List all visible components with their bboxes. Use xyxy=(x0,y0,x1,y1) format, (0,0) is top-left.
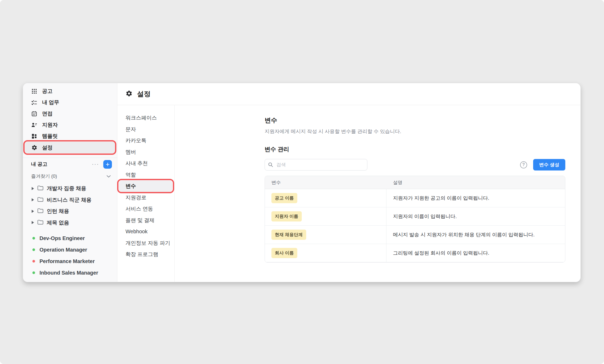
caret-right-icon[interactable] xyxy=(32,210,34,213)
plus-icon: + xyxy=(106,161,110,168)
job-label: Performance Marketer xyxy=(39,258,95,264)
sidebar-item-applicants[interactable]: 지원자 xyxy=(23,119,117,130)
job-label: Operation Manager xyxy=(39,247,87,253)
sidebar-item-label: 면접 xyxy=(42,110,53,117)
settings-title: 설정 xyxy=(137,89,151,99)
job-item[interactable]: Dev-Ops Engineer xyxy=(23,232,117,244)
settings-menu: 워크스페이스 문자 카카오톡 멤버 xyxy=(117,105,175,282)
variable-badge: 지원자 이름 xyxy=(271,211,302,221)
status-dot xyxy=(32,237,35,240)
folder-item[interactable]: 개발자 집중 채용 xyxy=(23,183,117,194)
sidebar-item-interview[interactable]: 면접 xyxy=(23,108,117,119)
folder-item[interactable]: 제목 없음 xyxy=(23,217,117,229)
folder-label: 개발자 집중 채용 xyxy=(47,185,86,192)
column-header-variable: 변수 xyxy=(271,179,281,186)
table-header: 변수 설명 xyxy=(265,176,565,189)
variable-description: 지원자가 지원한 공고의 이름이 입력됩니다. xyxy=(393,195,489,202)
table-row: 회사 이름 그리팅에 설정된 회사의 이름이 입력됩니다. xyxy=(265,244,565,262)
settings-menu-item[interactable]: Webhook xyxy=(117,226,174,237)
search-input[interactable] xyxy=(265,159,367,170)
settings-menu-item-label: 워크스페이스 xyxy=(126,114,157,121)
variables-table: 변수 설명 공고 이름 지원자가 지원한 공고의 이름이 입력됩니다. 지원자 … xyxy=(265,176,565,263)
settings-menu-item[interactable]: 플랜 및 결제 xyxy=(117,215,174,226)
main-sidebar: 공고 내 업무 xyxy=(23,83,117,282)
screenshot-canvas: 공고 내 업무 xyxy=(0,0,604,364)
variables-toolbar: ? 변수 생성 xyxy=(265,159,565,170)
caret-right-icon[interactable] xyxy=(32,187,34,190)
status-dot xyxy=(32,248,35,251)
table-row: 공고 이름 지원자가 지원한 공고의 이름이 입력됩니다. xyxy=(265,189,565,207)
table-row: 현재 채용단계 메시지 발송 시 지원자가 위치한 채용 단계의 이름이 입력됩… xyxy=(265,226,565,244)
create-variable-button[interactable]: 변수 생성 xyxy=(533,159,565,170)
section-title: 변수 관리 xyxy=(265,145,565,153)
variable-description: 메시지 발송 시 지원자가 위치한 채용 단계의 이름이 입력됩니다. xyxy=(393,231,535,238)
column-header-description: 설명 xyxy=(393,179,402,186)
job-item[interactable]: Operation Manager xyxy=(23,244,117,255)
settings-menu-item[interactable]: 사내 추천 xyxy=(117,158,174,169)
sidebar-item-jobs[interactable]: 공고 xyxy=(23,86,117,97)
my-jobs-title: 내 공고 xyxy=(31,161,47,168)
template-icon xyxy=(31,133,37,139)
settings-menu-item-label: 개인정보 자동 파기 xyxy=(126,240,170,247)
folder-label: 비즈니스 직군 채용 xyxy=(47,196,92,203)
settings-header: 설정 xyxy=(117,83,580,105)
settings-menu-item-label: 역할 xyxy=(126,171,136,178)
status-dot xyxy=(32,271,35,274)
favorites-toggle[interactable]: 즐겨찾기 (0) xyxy=(23,172,117,181)
settings-menu-item-label: 서비스 연동 xyxy=(126,205,153,212)
add-job-button[interactable]: + xyxy=(103,160,112,169)
folder-list: 개발자 집중 채용 비즈니스 직군 채용 xyxy=(23,183,117,228)
folder-item[interactable]: 인턴 채용 xyxy=(23,206,117,217)
settings-menu-item[interactable]: 지원경로 xyxy=(117,192,174,203)
sidebar-item-templates[interactable]: 템플릿 xyxy=(23,130,117,142)
folder-icon xyxy=(37,185,43,191)
more-icon[interactable]: ··· xyxy=(92,163,99,166)
settings-content: 변수 지원자에게 메시지 작성 시 사용할 변수를 관리할 수 있습니다. 변수… xyxy=(175,105,580,282)
sidebar-item-label: 템플릿 xyxy=(42,133,58,140)
settings-menu-item-label: 플랜 및 결제 xyxy=(126,217,155,224)
job-list: Dev-Ops Engineer Operation Manager Perfo… xyxy=(23,232,117,278)
settings-menu-item[interactable]: 역할 xyxy=(117,169,174,181)
settings-menu-item[interactable]: 멤버 xyxy=(117,146,174,158)
gear-icon xyxy=(126,90,133,98)
settings-menu-item-label: 지원경로 xyxy=(126,194,146,201)
caret-right-icon[interactable] xyxy=(32,221,34,224)
settings-menu-item[interactable]: 서비스 연동 xyxy=(117,203,174,215)
settings-menu-item[interactable]: 워크스페이스 xyxy=(117,112,174,124)
sidebar-item-settings[interactable]: 설정 xyxy=(25,142,115,153)
settings-menu-item-label: 문자 xyxy=(126,126,136,133)
tasks-icon xyxy=(31,99,37,106)
settings-menu-item[interactable]: 개인정보 자동 파기 xyxy=(117,237,174,249)
job-label: Inbound Sales Manager xyxy=(39,270,98,276)
folder-icon xyxy=(37,220,43,226)
page-description: 지원자에게 메시지 작성 시 사용할 변수를 관리할 수 있습니다. xyxy=(265,128,565,135)
job-item[interactable]: Performance Marketer xyxy=(23,255,117,267)
calendar-icon xyxy=(31,111,37,117)
table-row: 지원자 이름 지원자의 이름이 입력됩니다. xyxy=(265,207,565,226)
settings-menu-item[interactable]: 카카오톡 xyxy=(117,135,174,146)
my-jobs-header: 내 공고 ··· + xyxy=(23,159,117,169)
app-window: 공고 내 업무 xyxy=(23,83,580,282)
settings-menu-item[interactable]: 변수 xyxy=(119,180,172,192)
job-label: Dev-Ops Engineer xyxy=(39,235,85,241)
folder-item[interactable]: 비즈니스 직군 채용 xyxy=(23,194,117,206)
settings-menu-item[interactable]: 문자 xyxy=(117,124,174,135)
favorites-label: 즐겨찾기 (0) xyxy=(31,173,57,179)
job-item[interactable]: Inbound Sales Manager xyxy=(23,267,117,278)
search-field xyxy=(265,159,367,170)
caret-right-icon[interactable] xyxy=(32,198,34,201)
variable-badge: 회사 이름 xyxy=(271,248,297,258)
sidebar-item-my-tasks[interactable]: 내 업무 xyxy=(23,97,117,108)
folder-icon xyxy=(37,197,43,203)
page-title: 변수 xyxy=(265,116,565,124)
variable-description: 지원자의 이름이 입력됩니다. xyxy=(393,213,457,220)
settings-area: 설정 워크스페이스 문자 카카오톡 xyxy=(117,83,580,282)
help-icon[interactable]: ? xyxy=(520,161,527,168)
settings-menu-item-label: 멤버 xyxy=(126,149,136,156)
status-dot xyxy=(32,260,35,263)
variable-badge: 공고 이름 xyxy=(271,193,297,203)
settings-menu-item[interactable]: 확장 프로그램 xyxy=(117,249,174,260)
variable-badge: 현재 채용단계 xyxy=(271,230,306,240)
chevron-down-icon xyxy=(106,174,111,179)
folder-label: 인턴 채용 xyxy=(47,208,69,215)
